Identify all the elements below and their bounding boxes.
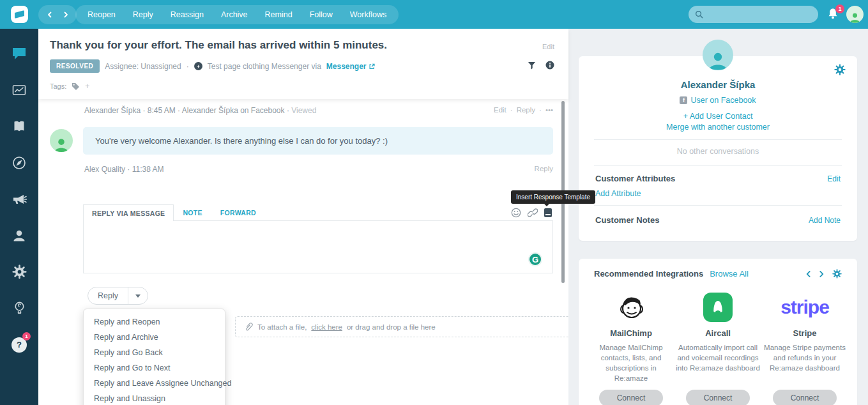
remind-button[interactable]: Remind [265, 10, 293, 19]
footer-reply-link[interactable]: Reply [535, 165, 553, 172]
connect-stripe-button[interactable]: Connect [773, 390, 837, 405]
sidebar-item-browse[interactable] [0, 144, 38, 181]
message-edit-link[interactable]: Edit [494, 106, 506, 114]
divider [594, 139, 842, 140]
sidebar-item-reports[interactable] [0, 72, 38, 108]
reassign-button[interactable]: Reassign [171, 10, 204, 19]
info-icon[interactable] [545, 61, 554, 70]
chevron-right-icon [63, 11, 69, 18]
conversation-header: Thank you for your effort. The email has… [38, 29, 568, 99]
menu-item-reply-unassign[interactable]: Reply and Unassign [84, 391, 225, 405]
attachment-dropzone[interactable]: To attach a file, click here or drag and… [235, 316, 591, 337]
viewed-label: Viewed [291, 106, 316, 115]
sidebar-item-conversations[interactable] [0, 35, 38, 72]
reamaze-logo-icon[interactable] [11, 6, 28, 23]
connect-aircall-button[interactable]: Connect [686, 390, 750, 405]
no-conversations-text: No other conversations [579, 147, 857, 156]
assignee-label: Assignee: Unassigned [105, 62, 181, 71]
messenger-link[interactable]: Messenger [326, 62, 375, 71]
reply-button-top[interactable]: Reply [133, 10, 153, 19]
integration-description: Manage MailChimp contacts, lists, and su… [589, 342, 673, 383]
tag-icon[interactable] [72, 82, 80, 91]
header-tools [528, 61, 554, 70]
history-nav [38, 5, 77, 24]
menu-item-reply-archive[interactable]: Reply and Archive [84, 330, 225, 345]
dot-separator: · [187, 62, 189, 71]
search-bar[interactable] [689, 6, 818, 23]
topbar: Reopen Reply Reassign Archive Remind Fol… [0, 0, 868, 29]
link-icon[interactable] [528, 208, 538, 218]
reply-textarea[interactable] [84, 221, 552, 273]
menu-item-reply-go-next[interactable]: Reply and Go to Next [84, 360, 225, 376]
tab-note[interactable]: NOTE [174, 204, 211, 221]
tags-label: Tags: [50, 82, 66, 90]
reply-send-button[interactable]: Reply [88, 287, 128, 304]
connect-mailchimp-button[interactable]: Connect [599, 390, 663, 405]
chevron-left-icon[interactable] [805, 270, 811, 278]
add-note-link[interactable]: Add Note [809, 216, 841, 225]
compass-icon [11, 155, 27, 171]
integrations-nav [805, 269, 842, 279]
attributes-edit-link[interactable]: Edit [827, 174, 841, 183]
workflows-button[interactable]: Workflows [350, 10, 386, 19]
back-button[interactable] [42, 7, 57, 23]
message-reply-link[interactable]: Reply [517, 106, 535, 114]
tags-row: Tags: + [50, 82, 89, 91]
chevron-right-icon[interactable] [819, 270, 825, 278]
search-input[interactable] [703, 10, 812, 19]
archive-button[interactable]: Archive [221, 10, 248, 19]
notifications-button[interactable]: 1 [827, 8, 839, 20]
facebook-profile-link[interactable]: f User on Facebook [579, 96, 857, 105]
response-template-icon[interactable] [544, 208, 552, 217]
attach-text: To attach a file, [257, 323, 307, 331]
integration-description: Manage Stripe payments and refunds in yo… [763, 342, 847, 383]
menu-item-reply-go-back[interactable]: Reply and Go Back [84, 345, 225, 360]
sidebar-item-campaigns[interactable] [0, 181, 38, 217]
integration-name: MailChimp [610, 328, 652, 338]
attach-click-here-link[interactable]: click here [311, 323, 342, 331]
add-tag-button[interactable]: + [85, 82, 89, 91]
add-user-contact-link[interactable]: + Add User Contact [579, 112, 857, 121]
add-attribute-link[interactable]: Add Attribute [595, 189, 641, 198]
integrations-card: Recommended Integrations Browse All [579, 259, 857, 405]
tab-reply-via-message[interactable]: REPLY VIA MESSAGE [83, 204, 174, 221]
menu-item-reply-reopen[interactable]: Reply and Reopen [84, 314, 225, 330]
edit-title-link[interactable]: Edit [542, 43, 554, 50]
integration-mailchimp: MailChimp Manage MailChimp contacts, lis… [588, 284, 674, 405]
emoji-icon[interactable] [511, 208, 521, 218]
merge-customer-link[interactable]: Merge with another customer [579, 123, 857, 132]
follow-button[interactable]: Follow [310, 10, 333, 19]
reopen-button[interactable]: Reopen [88, 10, 116, 19]
message-bubble: You're very welcome Alexander. Is there … [83, 127, 553, 155]
channel-label: Test page clothing Messenger via [208, 62, 321, 71]
filter-icon[interactable] [528, 61, 536, 70]
tooltip: Insert Response Template [511, 190, 595, 204]
reply-options-button[interactable] [128, 287, 148, 304]
message-actions: Edit · Reply · ••• [494, 106, 553, 114]
sidebar-item-help[interactable]: ? 1 [0, 326, 38, 363]
sidebar: ? 1 [0, 29, 38, 405]
conversation-actions-bar: Reopen Reply Reassign Archive Remind Fol… [75, 5, 399, 24]
sidebar-item-articles[interactable] [0, 108, 38, 144]
book-icon [11, 119, 27, 134]
customer-avatar [703, 40, 733, 70]
account-avatar[interactable] [846, 6, 864, 23]
integration-name: Stripe [793, 328, 817, 338]
tab-forward[interactable]: FORWARD [211, 204, 265, 221]
attributes-title: Customer Attributes [595, 174, 675, 183]
browse-all-link[interactable]: Browse All [710, 269, 749, 279]
more-options-icon[interactable]: ••• [545, 106, 553, 114]
integration-aircall: Aircall Automatically import call and vo… [674, 284, 761, 405]
customer-card: Alexander Šípka f User on Facebook + Add… [579, 56, 857, 241]
integration-name: Aircall [705, 328, 731, 338]
customer-settings-gear-icon[interactable] [834, 64, 846, 78]
grammarly-icon[interactable]: G [528, 252, 542, 266]
facebook-icon: f [680, 96, 687, 104]
sidebar-item-customers[interactable] [0, 217, 38, 254]
menu-item-reply-leave-assignee[interactable]: Reply and Leave Assignee Unchanged [84, 376, 225, 391]
gear-icon[interactable] [832, 269, 842, 279]
sidebar-item-insights[interactable] [0, 290, 38, 326]
attach-text: or drag and drop a file here [347, 323, 436, 331]
sidebar-item-settings[interactable] [0, 254, 38, 290]
forward-button[interactable] [57, 7, 73, 23]
